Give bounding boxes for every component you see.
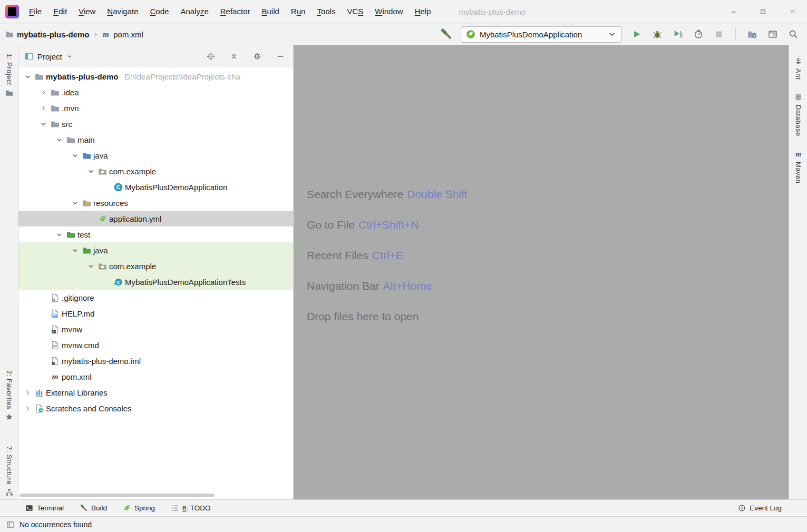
tree-item-com-example[interactable]: com.example (18, 163, 293, 179)
tree-item-mybatisplusdemoapplication[interactable]: CMybatisPlusDemoApplication (18, 179, 293, 195)
tree-item-external-libraries[interactable]: External Libraries (18, 385, 293, 400)
settings-button[interactable] (251, 50, 264, 63)
tree-item-help-md[interactable]: MDHELP.md (18, 306, 293, 321)
tree-item-gitignore[interactable]: .gitignore (18, 290, 293, 306)
ant-icon (794, 57, 802, 65)
locate-button[interactable] (205, 50, 217, 63)
menu-help[interactable]: Help (409, 0, 437, 23)
hide-button[interactable] (274, 50, 287, 63)
tree-item-main[interactable]: main (18, 132, 293, 147)
chevron-down-icon[interactable] (70, 247, 80, 254)
coverage-button[interactable] (672, 28, 684, 41)
editor-shortcut-hints: Search EverywhereDouble ShiftGo to FileC… (307, 185, 789, 325)
tree-item-resources[interactable]: resources (18, 195, 293, 211)
toolwindow-terminal[interactable]: Terminal (25, 504, 64, 512)
run-configuration-select[interactable]: MybatisPlusDemoApplication (461, 26, 622, 43)
tree-item-mvnw[interactable]: mvnw (18, 321, 293, 337)
menu-analyze[interactable]: Analyze (174, 0, 214, 23)
project-structure-button[interactable] (746, 28, 759, 41)
menu-file[interactable]: File (23, 0, 47, 23)
toolbar-actions (630, 28, 800, 41)
breadcrumb-pom-xml[interactable]: mpom.xml (102, 30, 143, 39)
folder-icon (51, 88, 60, 97)
tree-item-mybatisplusdemoapplicationtests[interactable]: CMybatisPlusDemoApplicationTests (18, 274, 293, 290)
chevron-right-icon[interactable] (23, 389, 33, 397)
toolwindow-build[interactable]: Build (80, 504, 107, 512)
terminal-icon (25, 504, 33, 512)
chevron-down-icon[interactable] (70, 152, 80, 160)
chevron-right-icon[interactable] (23, 405, 33, 412)
tree-item-mybatis-plus-demo[interactable]: mybatis-plus-demoD:\IdeaProjects\IdeaPro… (18, 68, 293, 84)
stripe-7-structure[interactable]: 7: Structure (5, 446, 13, 496)
breadcrumb-mybatis-plus-demo[interactable]: mybatis-plus-demo (5, 30, 90, 39)
editor-hint: Go to FileCtrl+Shift+N (307, 216, 789, 233)
menu-code[interactable]: Code (144, 0, 175, 23)
project-panel-header: Project (18, 45, 293, 67)
menu-vcs[interactable]: VCS (341, 0, 369, 23)
gitignore-file-icon (51, 293, 60, 302)
minimize-button[interactable] (718, 0, 748, 23)
menu-build[interactable]: Build (256, 0, 285, 23)
tree-item-test[interactable]: test (18, 226, 293, 242)
menubar: FileEditViewNavigateCodeAnalyzeRefactorB… (23, 0, 437, 23)
tree-item-idea[interactable]: .idea (18, 84, 293, 100)
tree-item-mvnw-cmd[interactable]: mvnw.cmd (18, 337, 293, 353)
chevron-right-icon[interactable] (38, 104, 48, 112)
statusbar-toggle-button[interactable] (6, 520, 15, 529)
chevron-down-icon[interactable] (86, 262, 96, 270)
run-icon (632, 29, 641, 39)
tree-item-scratches-and-consoles[interactable]: Scratches and Consoles (18, 400, 293, 416)
collapse-all-button[interactable] (228, 50, 240, 63)
close-button[interactable] (777, 0, 807, 23)
status-bar: No occurrences found (0, 516, 807, 532)
search-everywhere-button[interactable] (787, 28, 800, 41)
chevron-down-icon[interactable] (70, 199, 80, 207)
toolwindow-6-todo[interactable]: 6: TODO (171, 504, 211, 512)
tree-item-mybatis-plus-demo-iml[interactable]: mybatis-plus-demo.iml (18, 353, 293, 369)
iml-file-icon (51, 357, 60, 366)
shell-file-icon (51, 325, 60, 334)
menu-view[interactable]: View (73, 0, 101, 23)
event-log-icon (738, 504, 746, 512)
menu-navigate[interactable]: Navigate (101, 0, 144, 23)
tree-item-java[interactable]: java (18, 242, 293, 258)
build-project-button[interactable] (440, 28, 452, 41)
menu-refactor[interactable]: Refactor (215, 0, 256, 23)
chevron-down-icon[interactable] (38, 120, 48, 128)
svg-text:m: m (52, 372, 59, 381)
stripe-ant[interactable]: Ant (794, 57, 802, 80)
project-view-selector[interactable]: Project (37, 52, 62, 61)
menu-run[interactable]: Run (285, 0, 312, 23)
tree-item-src[interactable]: src (18, 116, 293, 132)
profiler-button[interactable] (692, 28, 705, 41)
chevron-down-icon[interactable] (23, 73, 33, 81)
tree-item-application-yml[interactable]: application.yml (18, 211, 293, 226)
tree-item-mvn[interactable]: .mvn (18, 100, 293, 116)
toolwindow-spring[interactable]: Spring (123, 504, 155, 512)
editor-area[interactable]: Search EverywhereDouble ShiftGo to FileC… (294, 45, 789, 499)
toolwindow-event-log[interactable]: Event Log (738, 504, 782, 512)
star-icon (5, 413, 13, 421)
menu-tools[interactable]: Tools (311, 0, 341, 23)
tree-item-com-example[interactable]: com.example (18, 258, 293, 274)
maximize-button[interactable] (748, 0, 777, 23)
chevron-right-icon[interactable] (38, 88, 48, 96)
chevron-down-icon[interactable] (86, 168, 96, 175)
menu-window[interactable]: Window (369, 0, 409, 23)
stop-button[interactable] (713, 28, 725, 41)
tree-item-java[interactable]: java (18, 147, 293, 163)
tree-item-pom-xml[interactable]: mpom.xml (18, 369, 293, 385)
titlebar: FileEditViewNavigateCodeAnalyzeRefactorB… (0, 0, 807, 23)
run-button[interactable] (630, 28, 643, 41)
horizontal-scrollbar[interactable] (20, 494, 215, 497)
stripe-1-project[interactable]: 1: Project (5, 54, 13, 97)
chevron-down-icon[interactable] (54, 231, 64, 239)
chevron-down-icon[interactable] (54, 136, 64, 144)
debug-button[interactable] (651, 28, 664, 41)
stripe-maven[interactable]: mMaven (794, 150, 802, 184)
stripe-2-favorites[interactable]: 2: Favorites (5, 370, 13, 421)
external-libraries-icon (35, 388, 44, 397)
stripe-database[interactable]: Database (794, 93, 802, 136)
editor-window-button[interactable] (766, 28, 779, 41)
menu-edit[interactable]: Edit (47, 0, 73, 23)
